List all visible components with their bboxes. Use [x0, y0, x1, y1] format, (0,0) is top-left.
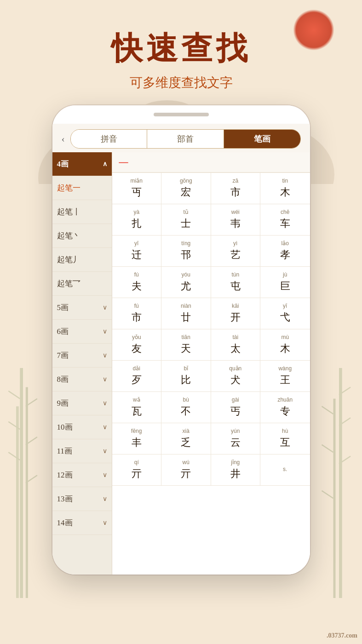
char-cell[interactable]: wú亓 [161, 454, 211, 486]
char-pinyin: wǎ [133, 397, 140, 403]
char-cell[interactable]: quǎn犬 [211, 361, 261, 392]
sidebar-label: 5画 [57, 302, 69, 313]
char-cell[interactable]: wéi韦 [211, 204, 261, 236]
char-pinyin: bǐ [184, 365, 188, 372]
sidebar-arrow: ∨ [103, 519, 107, 527]
char-cell[interactable]: niàn廿 [161, 298, 211, 329]
sidebar-label: 7画 [57, 350, 69, 361]
sidebar-arrow: ∨ [103, 351, 107, 359]
char-cell[interactable]: qí亓 [112, 454, 162, 486]
char-pinyin: xià [183, 428, 190, 434]
char-chinese: 井 [230, 467, 241, 481]
phone-mockup: ‹ 拼音 部首 笔画 4画 ∧ 起笔一 起笔丨 [52, 105, 310, 575]
char-cell[interactable]: bù不 [161, 392, 211, 423]
char-chinese: 屯 [230, 279, 241, 293]
sidebar-arrow: ∨ [103, 399, 107, 407]
sidebar-item-8hua[interactable]: 8画 ∨ [52, 368, 112, 391]
char-cell[interactable]: tún屯 [211, 267, 261, 298]
sidebar-item-7hua[interactable]: 7画 ∨ [52, 344, 112, 368]
sidebar-item-12hua[interactable]: 12画 ∨ [52, 463, 112, 487]
sidebar-item-14hua[interactable]: 14画 ∨ [52, 511, 112, 535]
title-area: 快速查找 可多维度查找文字 [0, 0, 362, 92]
char-cell[interactable]: bǐ比 [161, 361, 211, 392]
char-pinyin: wéi [231, 209, 240, 215]
char-cell[interactable]: yī迁 [112, 236, 162, 267]
char-cell[interactable]: yà扎 [112, 204, 162, 236]
char-pinyin: tíng [181, 240, 190, 247]
char-cell[interactable]: zā市 [211, 173, 261, 204]
sidebar-label: 起笔丿 [57, 254, 80, 265]
char-pinyin: yǒu [132, 334, 141, 340]
char-cell[interactable]: fú市 [112, 298, 162, 329]
char-cell[interactable]: dǎi歹 [112, 361, 162, 392]
tab-pinyin[interactable]: 拼音 [71, 130, 148, 148]
char-cell[interactable]: lǎo孝 [260, 236, 310, 267]
char-cell[interactable]: xià乏 [161, 423, 211, 454]
char-chinese: 丐 [230, 404, 241, 418]
char-cell[interactable]: yóu尤 [161, 267, 211, 298]
char-cell[interactable]: miǎn丏 [112, 173, 162, 204]
tab-bushou[interactable]: 部首 [147, 130, 224, 148]
char-chinese: 王 [280, 373, 290, 387]
char-cell[interactable]: wǎ瓦 [112, 392, 162, 423]
sidebar-item-10hua[interactable]: 10画 ∨ [52, 415, 112, 439]
sidebar-item-qibi3[interactable]: 起笔丶 [52, 224, 112, 248]
sidebar-arrow: ∨ [103, 423, 107, 431]
sidebar-item-11hua[interactable]: 11画 ∨ [52, 439, 112, 463]
sidebar-item-5hua[interactable]: 5画 ∨ [52, 296, 112, 320]
char-cell[interactable]: chē车 [260, 204, 310, 236]
char-pinyin: bù [183, 397, 189, 403]
char-cell[interactable]: gài丐 [211, 392, 261, 423]
char-cell[interactable]: s. [260, 454, 310, 486]
char-chinese: 夫 [132, 279, 142, 293]
char-cell[interactable]: zhuān专 [260, 392, 310, 423]
char-cell[interactable]: fēng丰 [112, 423, 162, 454]
char-cell[interactable]: kāi开 [211, 298, 261, 329]
char-pinyin: gài [232, 397, 239, 403]
char-cell[interactable]: tíng邗 [161, 236, 211, 267]
char-cell[interactable]: yún云 [211, 423, 261, 454]
char-cell[interactable]: jǐng井 [211, 454, 261, 486]
char-pinyin: hù [282, 428, 288, 434]
back-button[interactable]: ‹ [62, 133, 65, 145]
sidebar-item-4hua[interactable]: 4画 ∧ [52, 152, 112, 176]
char-pinyin: jǐng [231, 459, 240, 466]
sidebar-label: 8画 [57, 374, 69, 385]
char-chinese: 巨 [280, 279, 290, 293]
char-chinese: 太 [230, 342, 241, 356]
sidebar-item-qibi1[interactable]: 起笔一 [52, 176, 112, 200]
sidebar-item-qibi5[interactable]: 起笔乛 [52, 272, 112, 296]
char-cell[interactable]: yī弋 [260, 298, 310, 329]
sidebar-item-13hua[interactable]: 13画 ∨ [52, 487, 112, 511]
char-cell[interactable]: tǔ士 [161, 204, 211, 236]
char-chinese: 亓 [181, 467, 191, 481]
sidebar-item-qibi2[interactable]: 起笔丨 [52, 200, 112, 224]
sidebar-item-9hua[interactable]: 9画 ∨ [52, 391, 112, 415]
char-cell[interactable]: jù巨 [260, 267, 310, 298]
sidebar-arrow: ∨ [103, 304, 107, 311]
char-cell[interactable]: mù木 [260, 329, 310, 361]
char-cell[interactable]: yǒu友 [112, 329, 162, 361]
char-pinyin: yóu [182, 271, 190, 278]
sidebar-item-qibi4[interactable]: 起笔丿 [52, 248, 112, 272]
char-cell[interactable]: tin木 [260, 173, 310, 204]
char-pinyin: niàn [181, 303, 191, 309]
char-cell[interactable]: gōng宏 [161, 173, 211, 204]
sidebar-item-6hua[interactable]: 6画 ∨ [52, 320, 112, 344]
sidebar-label: 12画 [57, 470, 73, 480]
status-bar [52, 105, 310, 124]
bamboo-right [316, 345, 362, 621]
char-chinese: 木 [280, 342, 290, 356]
sidebar-label: 起笔丶 [57, 230, 80, 241]
sidebar-label: 6画 [57, 326, 69, 337]
char-cell[interactable]: fú夫 [112, 267, 162, 298]
char-cell[interactable]: yì艺 [211, 236, 261, 267]
char-cell[interactable]: wàng王 [260, 361, 310, 392]
svg-line-18 [322, 406, 333, 414]
char-cell[interactable]: hù互 [260, 423, 310, 454]
char-cell[interactable]: tài太 [211, 329, 261, 361]
tab-bihua[interactable]: 笔画 [224, 130, 300, 148]
char-chinese: 乏 [181, 436, 191, 449]
sidebar-label: 9画 [57, 398, 69, 408]
char-cell[interactable]: tiān天 [161, 329, 211, 361]
